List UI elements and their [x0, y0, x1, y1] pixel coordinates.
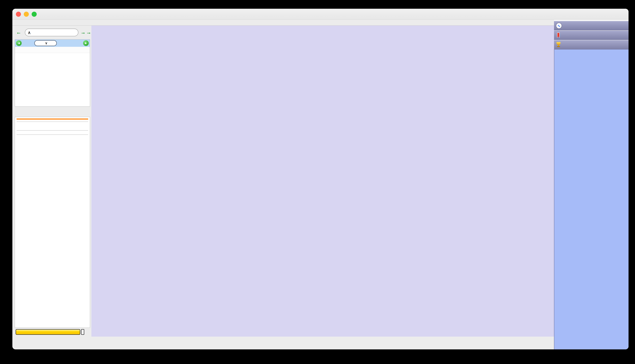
bookmark-icon	[557, 32, 560, 38]
chevron-down-icon: ∨	[45, 41, 48, 45]
date-navigation: ← ∧ → →|	[15, 29, 90, 36]
oscar-logo-icon: ∿	[556, 23, 562, 29]
calendar-grid	[15, 53, 90, 106]
next-month-button[interactable]: ▶	[83, 40, 89, 46]
chevron-up-icon: ∧	[28, 30, 31, 35]
main-tab-bar	[12, 20, 554, 26]
trophy-icon	[556, 42, 561, 48]
titlebar	[12, 9, 628, 20]
month-dropdown[interactable]: ∨	[34, 40, 57, 46]
right-sidebar: ∿	[554, 20, 628, 350]
details-panel	[15, 117, 90, 328]
ahi-banner	[17, 118, 88, 120]
bookmarks-header[interactable]	[554, 31, 628, 40]
window-title	[12, 9, 628, 20]
previous-day-button[interactable]: ←	[16, 29, 21, 35]
charts-area	[91, 26, 554, 336]
day-of-week-row	[15, 47, 90, 53]
left-panel: ← ∧ → →| ◀ ∨ ▶	[15, 27, 90, 349]
oscar-window: ← ∧ → →| ◀ ∨ ▶	[12, 9, 628, 350]
navigation-header[interactable]: ∿	[554, 21, 628, 30]
date-field[interactable]: ∧	[25, 29, 78, 36]
usage-bar-handle[interactable]	[81, 329, 84, 335]
calendar-header: ◀ ∨ ▶	[15, 40, 90, 47]
screenshot-root: ← ∧ → →| ◀ ∨ ▶	[0, 0, 635, 364]
next-day-button[interactable]: →	[81, 29, 86, 35]
records-content	[554, 50, 628, 350]
usage-hours-bar	[16, 329, 80, 335]
calendar: ◀ ∨ ▶	[15, 39, 90, 106]
records-header[interactable]	[554, 40, 628, 50]
previous-month-button[interactable]: ◀	[16, 40, 22, 46]
